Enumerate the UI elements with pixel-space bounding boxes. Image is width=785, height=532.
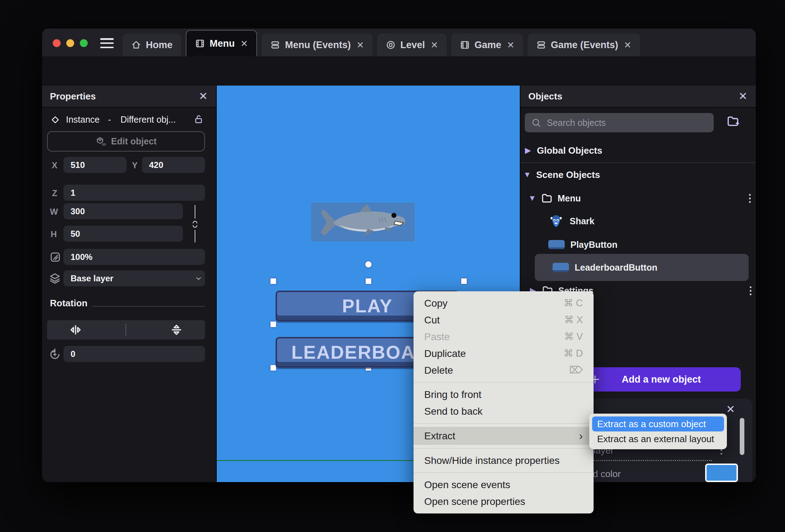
scene-objects-section[interactable]: ▼ Scene Objects [520,167,756,183]
close-tab-icon[interactable]: ✕ [356,40,364,50]
close-icon[interactable]: ✕ [726,403,735,415]
tab-game[interactable]: Game ✕ [451,34,523,56]
menu-item-show-hide-instance-properties[interactable]: Show/Hide instance properties [414,452,594,469]
flip-horizontal-icon[interactable] [68,323,83,337]
menu-item-send-to-back[interactable]: Send to back [414,403,594,420]
y-field[interactable]: 420 [142,157,205,173]
global-objects-section[interactable]: ▶ Global Objects [520,143,756,158]
global-objects-label: Global Objects [537,145,602,156]
h-label: H [51,229,57,239]
menu-item-paste: Paste⌘ V [414,328,594,345]
add-new-object-button[interactable]: Add a new object [582,367,741,392]
rotation-field[interactable]: 0 [63,346,205,362]
menu-divider [414,448,594,449]
svg-text:2D: 2D [102,143,106,146]
opacity-icon [49,251,61,263]
menu-item-delete[interactable]: Delete⌦ [414,362,594,379]
hamburger-menu-icon[interactable] [100,38,114,48]
selection-handle-bottom-left[interactable] [270,365,276,371]
close-tab-icon[interactable]: ✕ [507,40,514,50]
menu-item-duplicate[interactable]: Duplicate⌘ D [414,345,594,362]
layer-select[interactable]: Base layer [63,270,205,286]
menu-item-open-scene-properties[interactable]: Open scene properties [414,493,594,510]
tab-menu[interactable]: Menu ✕ [186,30,257,56]
play-button-label: PLAY [342,295,393,317]
tab-game-events[interactable]: Game (Events) ✕ [528,34,640,56]
kebab-menu-icon[interactable] [720,449,722,455]
menu-item-copy[interactable]: Copy⌘ C [414,295,594,312]
layers-icon [48,272,61,285]
tab-label: Game (Events) [551,40,618,51]
link-dimensions-icon[interactable] [190,220,200,229]
close-icon[interactable]: ✕ [736,86,750,107]
selection-handle-top-center[interactable] [365,278,371,284]
x-field[interactable]: 510 [63,157,127,173]
close-icon[interactable]: ✕ [196,86,210,107]
y-label: Y [132,160,138,170]
tree-item-shark[interactable]: Shark [520,211,756,231]
selection-handle-middle-left[interactable] [270,321,276,327]
instance-target-label: Different obj... [120,114,176,125]
tree-item-label: Shark [570,216,594,226]
instance-row: Instance - Different obj... [42,112,216,128]
h-field[interactable]: 50 [63,226,183,242]
menu-item-extract[interactable]: Extract› [414,427,594,445]
rotate-handle[interactable] [365,261,372,268]
opacity-field[interactable]: 100% [63,249,205,265]
close-tab-icon[interactable]: ✕ [431,40,438,50]
background-color-swatch[interactable] [705,464,738,482]
menu-item-bring-to-front[interactable]: Bring to front [414,386,594,403]
unlock-icon[interactable] [193,114,204,124]
z-field[interactable]: 1 [63,185,205,201]
scrollbar-thumb[interactable] [740,418,744,455]
properties-panel: Properties ✕ Instance - Different obj...… [42,86,217,482]
title-bar: Home Menu ✕ Menu (Events) ✕ Level ✕ Game… [42,29,756,56]
shortcut: ⌘ C [564,295,583,312]
shark-sprite[interactable] [311,203,415,241]
context-menu: Copy⌘ C Cut⌘ X Paste⌘ V Duplicate⌘ D Del… [414,291,594,513]
menu-divider [414,423,594,424]
tab-menu-events[interactable]: Menu (Events) ✕ [262,34,372,56]
menu-item-cut[interactable]: Cut⌘ X [414,312,594,328]
maximize-window-button[interactable] [80,39,88,47]
tree-item-leaderboardbutton[interactable]: LeaderboardButton [520,257,756,277]
objects-header: Objects ✕ [520,86,756,108]
menu-divider [414,382,594,383]
close-window-button[interactable] [53,39,61,47]
search-objects-input[interactable]: Search objects [525,113,714,132]
tree-item-playbutton[interactable]: PlayButton [520,235,756,255]
tab-level[interactable]: Level ✕ [377,34,447,56]
flip-vertical-icon[interactable] [169,323,184,337]
events-icon [270,40,280,50]
shark-image [311,203,415,241]
search-icon [531,118,541,128]
button-object-icon [553,263,569,272]
link-line-top [195,205,195,219]
flip-toolbar [47,320,205,339]
menu-item-open-scene-events[interactable]: Open scene events [414,476,594,493]
instance-diamond-icon [50,114,61,125]
w-field[interactable]: 300 [63,203,183,219]
close-tab-icon[interactable]: ✕ [241,39,248,49]
selection-handle-top-left[interactable] [270,278,276,284]
edit-object-button[interactable]: 2D Edit object [47,131,205,152]
search-placeholder: Search objects [547,118,606,128]
section-divider [520,162,756,163]
rotation-section-title: Rotation [50,298,87,309]
tab-home[interactable]: Home [123,34,181,56]
kebab-menu-icon[interactable] [749,194,751,203]
flip-divider [125,324,126,336]
shark-thumbnail-icon [548,213,564,229]
tab-label: Menu (Events) [285,40,351,51]
tree-item-label: LeaderboardButton [575,262,657,273]
submenu-item-extract-external-layout[interactable]: Extract as an external layout [592,431,724,446]
close-tab-icon[interactable]: ✕ [624,40,631,50]
add-folder-icon[interactable] [726,114,740,128]
toolbar: Preview Share [42,56,756,86]
w-label: W [50,207,58,217]
selection-handle-top-right[interactable] [461,278,467,284]
minimize-window-button[interactable] [66,39,74,47]
kebab-menu-icon[interactable] [750,286,751,295]
submenu-item-extract-custom-object[interactable]: Extract as a custom object [592,416,724,431]
tree-folder-menu[interactable]: ▼ Menu [520,188,756,208]
